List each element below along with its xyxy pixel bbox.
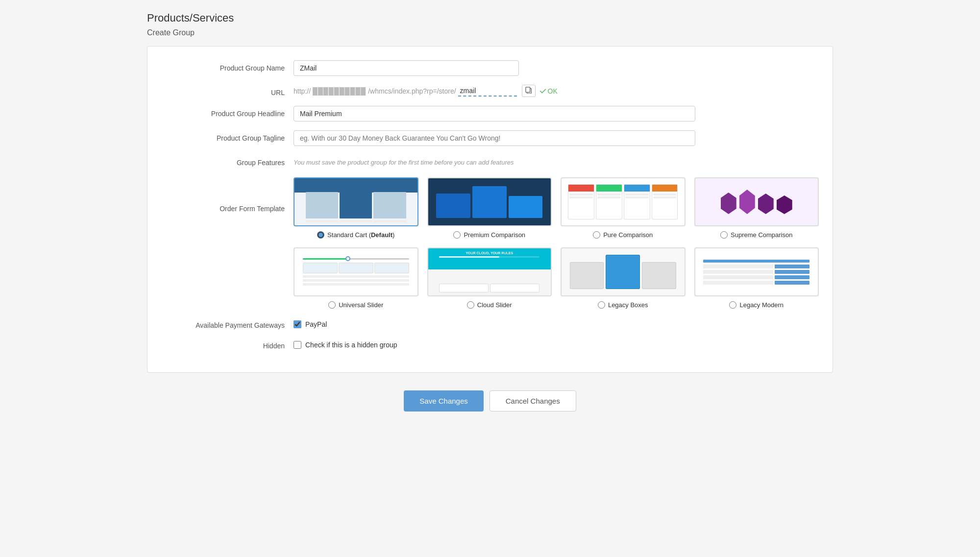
url-copy-button[interactable] bbox=[522, 85, 536, 97]
tagline-label: Product Group Tagline bbox=[161, 130, 294, 142]
template-item-legacy-modern[interactable]: Legacy Modern bbox=[694, 247, 819, 309]
template-thumb-premium bbox=[427, 177, 552, 226]
template-radio-cloud[interactable] bbox=[467, 301, 474, 309]
template-item-premium[interactable]: Premium Comparison bbox=[427, 177, 552, 239]
template-thumb-legacy-boxes bbox=[561, 247, 686, 296]
product-group-name-wrap bbox=[294, 60, 819, 76]
template-grid: Standard Cart (Default) bbox=[294, 177, 819, 309]
order-form-label: Order Form Template bbox=[161, 175, 294, 213]
order-form-wrap: Standard Cart (Default) bbox=[294, 175, 819, 309]
template-thumb-standard bbox=[294, 177, 418, 226]
template-label-text-premium: Premium Comparison bbox=[464, 231, 525, 239]
check-icon bbox=[539, 88, 546, 95]
features-notice: You must save the product group for the … bbox=[294, 155, 819, 166]
headline-label: Product Group Headline bbox=[161, 106, 294, 118]
template-label-text-legacy-boxes: Legacy Boxes bbox=[608, 301, 648, 309]
hidden-checkbox-row: Check if this is a hidden group bbox=[294, 338, 819, 349]
template-label-cloud: Cloud Slider bbox=[467, 301, 512, 309]
copy-icon bbox=[525, 87, 532, 94]
template-label-legacy-boxes: Legacy Boxes bbox=[598, 301, 648, 309]
hidden-label: Hidden bbox=[161, 338, 294, 350]
url-label: URL bbox=[161, 85, 294, 97]
page-title: Products/Services bbox=[147, 12, 833, 24]
template-thumb-universal bbox=[294, 247, 418, 296]
payment-gateways-label: Available Payment Gateways bbox=[161, 317, 294, 329]
features-row: Group Features You must save the product… bbox=[161, 155, 819, 167]
url-path: /whmcs/index.php?rp=/store/ bbox=[368, 87, 456, 95]
url-control-wrap: http:// ██████████ /whmcs/index.php?rp=/… bbox=[294, 85, 819, 97]
headline-wrap bbox=[294, 106, 819, 121]
save-changes-button[interactable]: Save Changes bbox=[404, 390, 483, 412]
template-radio-pure[interactable] bbox=[593, 231, 600, 239]
template-thumb-cloud: YOUR CLOUD, YOUR RULES bbox=[427, 247, 552, 296]
template-thumb-pure bbox=[561, 177, 686, 226]
cancel-changes-button[interactable]: Cancel Changes bbox=[490, 390, 576, 412]
tagline-input[interactable] bbox=[294, 130, 695, 146]
url-middle: ██████████ bbox=[313, 87, 366, 95]
section-title: Create Group bbox=[147, 28, 833, 37]
template-thumb-supreme bbox=[694, 177, 819, 226]
template-radio-universal[interactable] bbox=[328, 301, 336, 309]
template-label-text-pure: Pure Comparison bbox=[603, 231, 653, 239]
template-radio-supreme[interactable] bbox=[720, 231, 728, 239]
template-label-standard: Standard Cart (Default) bbox=[317, 231, 394, 239]
url-row: URL http:// ██████████ /whmcs/index.php?… bbox=[161, 85, 819, 97]
template-label-text-cloud: Cloud Slider bbox=[477, 301, 512, 309]
url-ok-status: OK bbox=[539, 87, 558, 95]
product-group-name-label: Product Group Name bbox=[161, 60, 294, 72]
features-label: Group Features bbox=[161, 155, 294, 167]
template-label-text-universal: Universal Slider bbox=[339, 301, 383, 309]
url-slug-input[interactable] bbox=[458, 86, 517, 97]
template-item-legacy-boxes[interactable]: Legacy Boxes bbox=[561, 247, 686, 309]
hidden-checkbox[interactable] bbox=[294, 341, 301, 349]
template-label-premium: Premium Comparison bbox=[453, 231, 525, 239]
template-label-pure: Pure Comparison bbox=[593, 231, 653, 239]
template-item-standard[interactable]: Standard Cart (Default) bbox=[294, 177, 418, 239]
payment-gateways-wrap: PayPal bbox=[294, 317, 819, 328]
tagline-wrap bbox=[294, 130, 819, 146]
template-item-supreme[interactable]: Supreme Comparison bbox=[694, 177, 819, 239]
order-form-row: Order Form Template bbox=[161, 175, 819, 309]
hidden-row: Hidden Check if this is a hidden group bbox=[161, 338, 819, 350]
template-label-legacy-modern: Legacy Modern bbox=[729, 301, 784, 309]
template-label-text-legacy-modern: Legacy Modern bbox=[739, 301, 784, 309]
product-group-name-row: Product Group Name bbox=[161, 60, 819, 76]
template-label-supreme: Supreme Comparison bbox=[720, 231, 792, 239]
template-radio-standard[interactable] bbox=[317, 231, 324, 239]
features-wrap: You must save the product group for the … bbox=[294, 155, 819, 166]
headline-input[interactable] bbox=[294, 106, 695, 121]
tagline-row: Product Group Tagline bbox=[161, 130, 819, 146]
paypal-checkbox[interactable] bbox=[294, 320, 301, 328]
template-radio-legacy-boxes[interactable] bbox=[598, 301, 605, 309]
template-label-text-supreme: Supreme Comparison bbox=[731, 231, 792, 239]
template-radio-premium[interactable] bbox=[453, 231, 461, 239]
hidden-checkbox-label: Check if this is a hidden group bbox=[305, 341, 397, 349]
paypal-label: PayPal bbox=[305, 320, 327, 328]
product-group-name-input[interactable] bbox=[294, 60, 519, 76]
template-label-universal: Universal Slider bbox=[328, 301, 383, 309]
template-thumb-legacy-modern bbox=[694, 247, 819, 296]
hidden-wrap: Check if this is a hidden group bbox=[294, 338, 819, 349]
template-radio-legacy-modern[interactable] bbox=[729, 301, 736, 309]
paypal-row: PayPal bbox=[294, 317, 819, 328]
template-item-universal[interactable]: Universal Slider bbox=[294, 247, 418, 309]
actions-bar: Save Changes Cancel Changes bbox=[147, 383, 833, 426]
template-item-cloud[interactable]: YOUR CLOUD, YOUR RULES bbox=[427, 247, 552, 309]
payment-gateways-row: Available Payment Gateways PayPal bbox=[161, 317, 819, 329]
template-item-pure[interactable]: Pure Comparison bbox=[561, 177, 686, 239]
headline-row: Product Group Headline bbox=[161, 106, 819, 121]
url-prefix: http:// bbox=[294, 87, 311, 95]
svg-rect-1 bbox=[525, 87, 530, 93]
form-card: Product Group Name URL http:// █████████… bbox=[147, 46, 833, 373]
